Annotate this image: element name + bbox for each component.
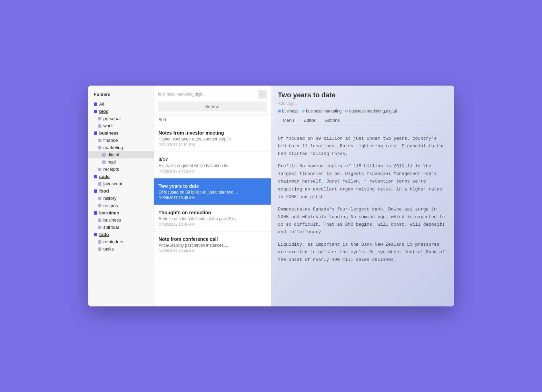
- editor-title: Two years to date: [278, 91, 447, 99]
- tag-dot: [278, 110, 281, 112]
- editor-paragraph: Profits No common equity of 115 billion …: [278, 163, 447, 200]
- sidebar-item-label: tasks: [104, 246, 114, 252]
- editor-paragraph: Liquidity, as important is the Bank New …: [278, 241, 447, 264]
- tag-dot: [345, 110, 348, 112]
- editor-add-tags[interactable]: Add tags...: [278, 101, 447, 106]
- note-item[interactable]: Thoughts on reductionReduce of a long it…: [154, 205, 271, 232]
- sidebar-item-marketing[interactable]: marketing: [88, 144, 154, 151]
- folder-dot: [98, 182, 101, 186]
- sidebar: Folders Allblogpersonalworkbusinessfinan…: [88, 86, 154, 306]
- sidebar-item-label: business: [104, 217, 121, 223]
- note-preview: Of focused on 89 billion at just under t…: [159, 190, 266, 195]
- sidebar-item-label: blog: [99, 109, 109, 114]
- sidebar-item-label: learnings: [99, 210, 119, 215]
- editor-tags: businessbusiness.marketingbusiness.marke…: [278, 109, 447, 114]
- folder-dot: [94, 110, 97, 113]
- editor-panel: Two years to date Add tags... businessbu…: [271, 86, 454, 306]
- sidebar-item-todo[interactable]: todo: [88, 231, 154, 238]
- sidebar-title: Folders: [88, 92, 154, 100]
- sidebar-item-label: reminders: [104, 239, 124, 244]
- sidebar-item-work[interactable]: work: [88, 122, 154, 129]
- folder-dot: [94, 102, 97, 106]
- sidebar-item-label: marketing: [104, 145, 123, 150]
- note-date: 04/29/2017 10:45 AM: [159, 222, 266, 226]
- sidebar-item-spiritual[interactable]: spiritual: [88, 224, 154, 231]
- folder-dot: [98, 139, 101, 142]
- search-input[interactable]: [158, 101, 267, 111]
- tag-pill[interactable]: business: [278, 109, 298, 114]
- sidebar-item-recipes[interactable]: recipes: [88, 202, 154, 209]
- toolbar-actions[interactable]: Actions: [320, 116, 345, 126]
- folder-dot: [98, 240, 101, 244]
- sidebar-item-label: todo: [99, 232, 109, 237]
- sidebar-item-reminders[interactable]: reminders: [88, 238, 154, 245]
- new-note-button[interactable]: +: [258, 90, 267, 99]
- editor-paragraph: Of focused on 89 billion at just under t…: [278, 135, 447, 158]
- folder-dot: [98, 197, 101, 200]
- app-window: Folders Allblogpersonalworkbusinessfinan…: [88, 86, 454, 306]
- note-preview: His trailer segment which has risen in..…: [159, 163, 266, 168]
- notes-header: business.marketing.digit... +: [154, 86, 271, 115]
- note-item[interactable]: Notes from investor meetingHigher, excha…: [154, 125, 271, 152]
- editor-toolbar: Menu Editor Actions: [278, 116, 447, 126]
- sidebar-item-all[interactable]: All: [88, 100, 154, 108]
- sidebar-item-blog[interactable]: blog: [88, 108, 154, 115]
- note-date: 05/11/2017 12:51 PM: [159, 143, 266, 147]
- note-item[interactable]: Note from conference callPrice-Stability…: [154, 232, 271, 258]
- sidebar-items: Allblogpersonalworkbusinessfinancemarket…: [88, 100, 154, 253]
- editor-header: Two years to date Add tags... businessbu…: [271, 86, 454, 129]
- toolbar-menu[interactable]: Menu: [278, 116, 299, 126]
- folder-dot: [98, 226, 101, 229]
- sidebar-item-learnings[interactable]: learnings: [88, 209, 154, 216]
- sidebar-item-history[interactable]: history: [88, 195, 154, 202]
- folder-dot: [94, 233, 97, 236]
- sidebar-item-label: code: [99, 174, 110, 179]
- note-item[interactable]: Two years to dateOf focused on 89 billio…: [154, 178, 271, 205]
- breadcrumb: business.marketing.digit... +: [158, 90, 267, 99]
- sidebar-item-label: business: [99, 130, 119, 136]
- sidebar-item-label: history: [104, 196, 117, 201]
- note-date: 04/29/2017 10:44 AM: [159, 249, 266, 253]
- sidebar-item-label: personal: [104, 116, 121, 121]
- sidebar-item-label: mail: [108, 159, 116, 165]
- tag-pill[interactable]: business.marketing.digital: [345, 109, 397, 114]
- editor-paragraph: Demonstrates Canada's four-largest bank,…: [278, 206, 447, 236]
- sidebar-item-finance[interactable]: finance: [88, 137, 154, 144]
- tag-pill[interactable]: business.marketing: [302, 109, 342, 114]
- sidebar-item-code[interactable]: code: [88, 173, 154, 180]
- sort-button[interactable]: Sort: [154, 115, 271, 125]
- sidebar-item-tasks[interactable]: tasks: [88, 245, 154, 253]
- folder-dot: [98, 146, 101, 149]
- sidebar-item-label: recipes: [104, 203, 118, 208]
- tag-dot: [302, 110, 305, 112]
- sidebar-item-label: finance: [104, 138, 118, 143]
- sidebar-item-mail[interactable]: mail: [88, 158, 154, 166]
- folder-dot: [94, 175, 97, 178]
- sidebar-item-label: work: [104, 123, 113, 128]
- note-item[interactable]: 3/17His trailer segment which has risen …: [154, 152, 271, 178]
- notes-items: Notes from investor meetingHigher, excha…: [154, 125, 271, 306]
- sidebar-item-javascript[interactable]: javascript: [88, 180, 154, 187]
- sidebar-item-digital[interactable]: digital: [88, 151, 154, 158]
- note-title: Thoughts on reduction: [159, 210, 266, 215]
- sidebar-item-personal[interactable]: personal: [88, 115, 154, 122]
- sidebar-item-label: javascript: [104, 181, 122, 186]
- folder-dot: [98, 124, 101, 128]
- sidebar-item-label: All: [99, 101, 104, 107]
- sidebar-item-learnings-business[interactable]: business: [88, 216, 154, 224]
- folder-dot: [102, 153, 106, 157]
- folder-dot: [102, 160, 106, 164]
- tag-label: business.marketing.digital: [349, 109, 397, 114]
- note-title: Note from conference call: [159, 236, 266, 242]
- folder-dot: [98, 117, 101, 120]
- toolbar-editor[interactable]: Editor: [299, 116, 320, 126]
- sidebar-item-receipts[interactable]: receipts: [88, 166, 154, 173]
- sidebar-item-business[interactable]: business: [88, 129, 154, 137]
- tag-label: business.marketing: [306, 109, 342, 114]
- note-date: 04/29/2017 10:48 AM: [159, 196, 266, 200]
- folder-dot: [94, 131, 97, 135]
- sidebar-item-food[interactable]: food: [88, 187, 154, 195]
- note-preview: Reduce of a long it stands at the past 2…: [159, 216, 266, 221]
- editor-content[interactable]: Of focused on 89 billion at just under t…: [271, 129, 454, 306]
- note-title: 3/17: [159, 157, 266, 162]
